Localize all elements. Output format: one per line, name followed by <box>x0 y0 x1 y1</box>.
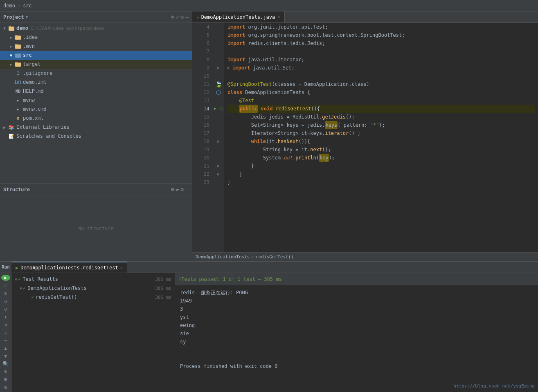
run-stop-icon[interactable]: ⊘ <box>1 290 10 296</box>
project-settings-icon[interactable]: ⚙ <box>180 14 184 20</box>
test-method-label: redisGetTest() <box>36 294 77 300</box>
test-results-label: Test Results <box>23 276 58 282</box>
breadcrumb-method[interactable]: redisGetTest() <box>256 254 294 260</box>
bottom-tab-close[interactable]: ✕ <box>120 265 123 270</box>
file-tree: ▼ demo E:\JAVA\idea_workspace\demo ▶ .id… <box>0 23 192 184</box>
test-tree: ▼ ✓ Test Results 385 ms ▼ ✓ DemoApplicat… <box>11 273 175 392</box>
svg-rect-1 <box>9 26 11 27</box>
structure-minimize-icon[interactable]: — <box>185 186 189 193</box>
run-sort-icon[interactable]: ↕ <box>1 314 10 320</box>
code-line-12: class DemoApplicationTests { <box>227 88 535 96</box>
test-item-class[interactable]: ▼ ✓ DemoApplicationTests 385 ms <box>11 284 175 293</box>
code-line-19: String key = it.next(); <box>227 146 535 154</box>
code-line-23: } <box>227 178 535 186</box>
code-line-21: } <box>227 162 535 170</box>
test-class-check-icon: ✓ <box>23 285 26 291</box>
structure-expand-icon[interactable]: ⇌ <box>176 186 179 193</box>
run-expand-icon[interactable]: ↔ <box>1 337 10 343</box>
tree-item-idea[interactable]: ▶ .idea <box>0 33 192 42</box>
code-content[interactable]: import org.junit.jupiter.api.Test; impor… <box>224 23 538 252</box>
code-line-7 <box>227 47 535 56</box>
tab-close-button[interactable]: ✕ <box>278 15 280 19</box>
run-export-icon[interactable]: ⊕ <box>1 369 10 375</box>
title-bar: demo › src <box>0 0 538 11</box>
structure-panel-header: Structure ≡ ⇌ ⚙ — <box>0 184 192 195</box>
console-line-10: Process finished with exit code 0 <box>180 362 533 370</box>
code-line-11: @SpringBootTest(classes = DemoApplicatio… <box>227 80 535 88</box>
bottom-tab-run[interactable]: ▶ DemoApplicationTests.redisGetTest ✕ <box>11 262 127 273</box>
console-output[interactable]: redis--服务正在运行: PONG 1949 3 ysl ewing sie… <box>175 285 538 392</box>
tree-item-mvnw[interactable]: ▶ ▸ mvnw <box>0 96 192 105</box>
title-src: src <box>23 3 32 9</box>
tree-item-external-libs[interactable]: ▶ 📚 External Libraries <box>0 123 192 132</box>
tree-item-demo[interactable]: ▼ demo E:\JAVA\idea_workspace\demo <box>0 24 192 33</box>
breadcrumb-class[interactable]: DemoApplicationTests <box>196 254 250 260</box>
test-item-method[interactable]: ▶ ✓ redisGetTest() 385 ms <box>11 293 175 302</box>
tree-item-mvnw-cmd[interactable]: ▶ ▸ mvnw.cmd <box>0 105 192 114</box>
code-line-22: } <box>227 170 535 178</box>
run-rerun-fail-icon[interactable]: ↺ <box>1 306 10 312</box>
code-line-20: System.out.println(key); <box>227 154 535 162</box>
run-up-icon[interactable]: ▲ <box>1 345 10 351</box>
test-class-time: 385 ms <box>155 286 171 291</box>
code-line-8: import java.util.Iterator; <box>227 56 535 64</box>
console-line-2: 1949 <box>180 297 533 305</box>
structure-settings-icon[interactable]: ⚙ <box>180 186 184 193</box>
code-editor[interactable]: 4 5 6 7 8 9 10 11 12 13 14 15 16 17 18 1… <box>192 23 538 252</box>
tree-item-help-md[interactable]: ▶ MD HELP.md <box>0 87 192 96</box>
bottom-panel: Run ▶ DemoApplicationTests.redisGetTest … <box>0 261 538 392</box>
console-line-9 <box>180 354 533 362</box>
tree-item-mvn[interactable]: ▶ .mvn <box>0 42 192 51</box>
tab-label: DemoApplicationTests.java <box>201 14 275 20</box>
test-tree-panel: ▼ ✓ Test Results 385 ms ▼ ✓ DemoApplicat… <box>11 273 175 392</box>
console-line-1: redis--服务正在运行: PONG <box>180 289 533 297</box>
tab-demo-application-tests[interactable]: ☕ DemoApplicationTests.java ✕ <box>192 11 285 22</box>
code-line-18: while(it.hasNext()){ <box>227 137 535 146</box>
structure-title: Structure <box>3 187 30 193</box>
svg-rect-9 <box>15 62 18 63</box>
svg-rect-7 <box>15 53 18 54</box>
structure-align-icon[interactable]: ≡ <box>171 186 174 193</box>
breadcrumb: DemoApplicationTests › redisGetTest() <box>192 252 538 261</box>
code-line-16: Set<String> keys = jedis.keys( pattern: … <box>227 121 535 129</box>
editor-area: ☕ DemoApplicationTests.java ✕ 4 5 6 7 8 … <box>192 11 538 261</box>
run-sort2-icon[interactable]: ⇅ <box>1 322 10 328</box>
svg-rect-3 <box>15 35 18 36</box>
code-line-14: public void redisGetTest(){ <box>227 105 535 113</box>
tree-item-target[interactable]: ▶ target <box>0 60 192 69</box>
test-item-results[interactable]: ▼ ✓ Test Results 385 ms <box>11 275 175 284</box>
code-line-13: @Test <box>227 96 535 105</box>
svg-rect-5 <box>15 44 18 45</box>
project-minimize-icon[interactable]: — <box>185 14 189 20</box>
run-down-icon[interactable]: ▼ <box>1 353 10 359</box>
console-url: https://blog.csdn.net/yygEwing <box>453 382 535 390</box>
bottom-tab-bar: Run ▶ DemoApplicationTests.redisGetTest … <box>0 262 538 273</box>
project-globe-icon[interactable]: ⊕ <box>171 14 174 20</box>
test-results-check-icon: ✓ <box>18 276 21 282</box>
bottom-content: ▶ ✓ ⊘ ↺ ↺ ↕ ⇅ ≡ ↔ ▲ ▼ 🔍 ⊕ ⊞ ⚙ ▼ ✓ Test R… <box>0 273 538 392</box>
run-play-button[interactable]: ▶ <box>1 275 10 281</box>
project-title: Project <box>3 14 24 20</box>
run-check-icon[interactable]: ✓ <box>1 282 10 289</box>
tab-bar: ☕ DemoApplicationTests.java ✕ <box>192 11 538 23</box>
console-status-text: Tests passed: 1 of 1 test – 385 ms <box>181 276 282 282</box>
tree-item-scratches[interactable]: ▶ 📝 Scratches and Consoles <box>0 132 192 141</box>
structure-panel: Structure ≡ ⇌ ⚙ — No structure <box>0 184 192 261</box>
run-export2-icon[interactable]: ⊞ <box>1 376 10 383</box>
project-dropdown-icon[interactable]: ▼ <box>26 15 28 19</box>
test-class-label: DemoApplicationTests <box>27 285 87 291</box>
tree-item-pom-xml[interactable]: ▶ m pom.xml <box>0 114 192 123</box>
test-method-time: 385 ms <box>155 295 171 300</box>
project-layout-icon[interactable]: ⇌ <box>176 14 179 20</box>
tree-item-src[interactable]: ▼ src <box>0 51 192 60</box>
tree-item-demo-iml[interactable]: ▶ iml demo.iml <box>0 78 192 87</box>
run-search-icon[interactable]: 🔍 <box>1 361 10 367</box>
tree-item-gitignore[interactable]: ▶ 🗋 .gitignore <box>0 69 192 78</box>
console-panel: ✓ Tests passed: 1 of 1 test – 385 ms red… <box>175 273 538 392</box>
sidebar: Project ▼ ⊕ ⇌ ⚙ — ▼ demo E:\JAVA\idea_wo… <box>0 11 192 261</box>
code-line-15: Jedis jedis = RedisUtil.getJedis(); <box>227 113 535 121</box>
code-line-10 <box>227 72 535 80</box>
run-settings-icon[interactable]: ⚙ <box>1 384 10 390</box>
run-rerun-icon[interactable]: ↺ <box>1 298 10 304</box>
run-tree-icon[interactable]: ≡ <box>1 329 10 336</box>
